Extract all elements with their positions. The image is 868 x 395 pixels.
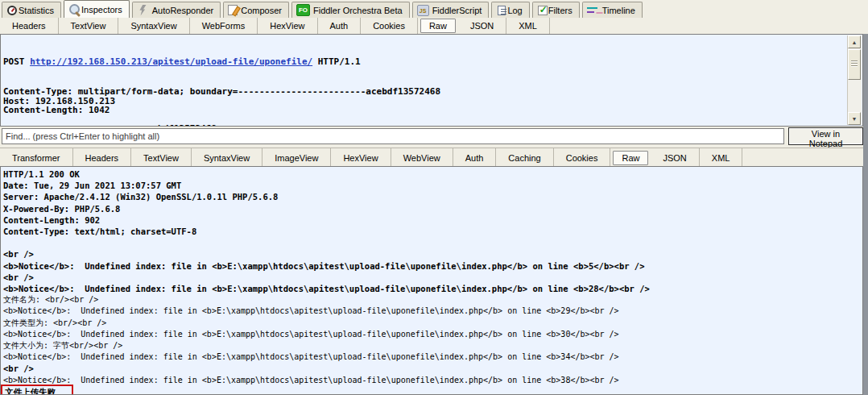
raw-line xyxy=(3,237,846,248)
raw-line: <b>Notice</b>: Undefined index: file in … xyxy=(3,283,846,294)
raw-line: Content-Type: text/html; charset=UTF-8 xyxy=(3,226,846,237)
raw-line: Server: Apache/2.4.12 (Win32) OpenSSL/1.… xyxy=(3,191,846,202)
raw-line: <br /> xyxy=(3,363,846,374)
scroll-up-arrow-icon[interactable]: ▲ xyxy=(848,35,861,48)
inspectors-magnifier-icon xyxy=(69,4,80,15)
fiddler-inspectors-window: Statistics Inspectors AutoResponder Comp… xyxy=(0,0,868,395)
tab-resp-hexview[interactable]: HexView xyxy=(331,148,391,167)
tab-resp-auth[interactable]: Auth xyxy=(453,148,497,167)
statistics-icon xyxy=(7,6,17,15)
tab-resp-syntaxview[interactable]: SyntaxView xyxy=(192,148,262,167)
tab-label: Fiddler Orchestra Beta xyxy=(313,6,403,15)
raw-line: X-Powered-By: PHP/5.6.8 xyxy=(3,203,846,214)
raw-line: Content-Length: 902 xyxy=(3,214,846,226)
tab-composer[interactable]: Composer xyxy=(223,2,289,18)
tab-req-webforms[interactable]: WebForms xyxy=(190,18,258,34)
raw-line: 文件类型为: <br/><br /> xyxy=(3,318,846,329)
response-raw-pane: HTTP/1.1 200 OKDate: Tue, 29 Jun 2021 13… xyxy=(0,166,863,395)
tab-req-xml[interactable]: XML xyxy=(506,18,550,34)
request-url-link[interactable]: http://192.168.150.213/apitest/upload-fi… xyxy=(30,56,312,67)
request-scrollbar[interactable]: ▲ ▼ xyxy=(847,35,862,125)
raw-line: 文件大小为: 字节<br/><br /> xyxy=(3,340,846,351)
tab-timeline[interactable]: Timeline xyxy=(582,2,643,18)
tab-label: FiddlerScript xyxy=(432,6,482,15)
request-raw-pane: POST http://192.168.150.213/apitest/uplo… xyxy=(0,34,863,127)
window-edge-strip xyxy=(863,34,868,395)
request-raw-text: POST http://192.168.150.213/apitest/uplo… xyxy=(3,36,846,127)
raw-line: 文件名为: <br/><br /> xyxy=(3,294,846,306)
tab-label: Statistics xyxy=(19,6,54,15)
tab-resp-imageview[interactable]: ImageView xyxy=(262,148,331,167)
tab-log[interactable]: Log xyxy=(491,2,529,18)
tab-req-raw[interactable]: Raw xyxy=(420,19,456,33)
tab-resp-webview[interactable]: WebView xyxy=(391,148,453,167)
tab-inspectors[interactable]: Inspectors xyxy=(64,0,130,18)
raw-line: <br /> xyxy=(3,248,846,260)
lightning-icon xyxy=(137,5,149,16)
tab-label: Timeline xyxy=(602,6,635,15)
tab-req-hexview[interactable]: HexView xyxy=(258,18,317,34)
timeline-bars-icon xyxy=(587,5,599,16)
tab-resp-xml[interactable]: XML xyxy=(700,148,743,167)
main-tab-bar: Statistics Inspectors AutoResponder Comp… xyxy=(0,0,868,18)
fiddlerscript-icon xyxy=(417,5,429,16)
response-inspector-tabs: TransformerHeadersTextViewSyntaxViewImag… xyxy=(0,148,868,168)
raw-line: <b>Notice</b>: Undefined index: file in … xyxy=(3,351,846,363)
tab-label: AutoResponder xyxy=(152,6,213,15)
raw-line: --------------------------acebdf13572468 xyxy=(3,124,846,127)
tab-fiddlerscript[interactable]: FiddlerScript xyxy=(412,2,490,18)
request-inspector-tabs: HeadersTextViewSyntaxViewWebFormsHexView… xyxy=(0,18,868,35)
tab-req-syntaxview[interactable]: SyntaxView xyxy=(118,18,189,34)
find-bar: View in Notepad xyxy=(0,127,868,147)
raw-line: <b>Notice</b>: Undefined index: file in … xyxy=(3,306,846,317)
find-input[interactable] xyxy=(2,128,784,144)
tab-autoresponder[interactable]: AutoResponder xyxy=(132,2,221,18)
raw-line: HTTP/1.1 200 OK xyxy=(3,168,846,180)
raw-line: <b>Notice</b>: Undefined index: file in … xyxy=(3,375,846,386)
upload-failed-highlight: 文件上传失败 xyxy=(1,385,73,395)
request-http-version: HTTP/1.1 xyxy=(312,56,361,67)
tab-statistics[interactable]: Statistics xyxy=(2,2,61,18)
view-in-notepad-button[interactable]: View in Notepad xyxy=(788,127,863,145)
request-line-1: POST http://192.168.150.213/apitest/uplo… xyxy=(3,57,846,66)
tab-req-auth[interactable]: Auth xyxy=(318,18,362,34)
filters-checkbox-icon xyxy=(538,6,548,15)
tab-label: Composer xyxy=(241,6,282,15)
tab-label: Inspectors xyxy=(81,5,122,15)
raw-line: Host: 192.168.150.213 xyxy=(3,97,846,106)
tab-resp-cookies[interactable]: Cookies xyxy=(554,148,611,167)
tab-filters[interactable]: Filters xyxy=(532,2,580,18)
tab-req-textview[interactable]: TextView xyxy=(59,18,119,34)
log-document-icon xyxy=(498,6,506,15)
tab-label: Log xyxy=(507,6,522,15)
tab-resp-raw[interactable]: Raw xyxy=(613,151,648,165)
tab-resp-transformer[interactable]: Transformer xyxy=(0,148,73,167)
orchestra-fo-icon xyxy=(296,4,310,16)
tab-req-headers[interactable]: Headers xyxy=(0,18,59,34)
tab-req-cookies[interactable]: Cookies xyxy=(361,18,418,34)
raw-line: Date: Tue, 29 Jun 2021 13:07:57 GMT xyxy=(3,180,846,191)
raw-line: <br /> xyxy=(3,272,846,283)
tab-label: Filters xyxy=(548,6,572,15)
tab-req-json[interactable]: JSON xyxy=(458,18,506,34)
raw-line: <b>Notice</b>: Undefined index: file in … xyxy=(3,260,846,272)
composer-pencil-icon xyxy=(228,5,238,15)
raw-line: Content-Length: 1042 xyxy=(3,106,846,114)
scrollbar-thumb[interactable] xyxy=(848,49,861,80)
request-lines: Content-Type: multipart/form-data; bound… xyxy=(3,87,846,127)
request-method: POST xyxy=(3,56,30,67)
raw-line: Content-Type: multipart/form-data; bound… xyxy=(3,87,846,96)
scroll-down-arrow-icon[interactable]: ▼ xyxy=(848,112,861,125)
tab-resp-headers[interactable]: Headers xyxy=(73,148,132,167)
tab-fiddler-orchestra-beta[interactable]: Fiddler Orchestra Beta xyxy=(291,2,410,18)
tab-resp-textview[interactable]: TextView xyxy=(131,148,192,167)
response-raw-text: HTTP/1.1 200 OKDate: Tue, 29 Jun 2021 13… xyxy=(3,168,846,395)
tab-resp-caching[interactable]: Caching xyxy=(496,148,553,167)
raw-line: <b>Notice</b>: Undefined index: file in … xyxy=(3,329,846,340)
tab-resp-json[interactable]: JSON xyxy=(651,148,699,167)
